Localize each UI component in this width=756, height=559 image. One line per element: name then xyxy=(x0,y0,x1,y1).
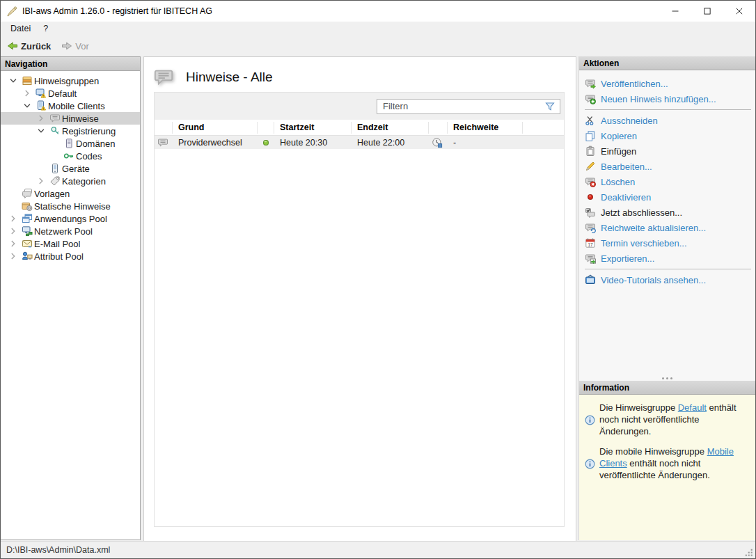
key-icon xyxy=(62,150,76,162)
chevron-down-icon[interactable] xyxy=(20,100,34,111)
email-envelope-icon xyxy=(20,238,34,249)
info-message-default: Die Hinweisgruppe Default enthält noch n… xyxy=(585,402,750,437)
action-neuen-hinweis-hinzufuegen[interactable]: Neuen Hinweis hinzufügen... xyxy=(585,91,755,107)
finish-now-icon xyxy=(585,207,596,218)
hinweise-list-region: Grund Startzeit Endzeit Reichweite Provi… xyxy=(154,92,565,527)
actions-header: Aktionen xyxy=(579,56,755,70)
info-message-mobile-clients: Die mobile Hinweisgruppe Mobile Clients … xyxy=(585,446,750,481)
tree-item-netzwerk-pool[interactable]: Netzwerk Pool xyxy=(1,225,140,237)
action-exportieren[interactable]: Exportieren... xyxy=(585,251,755,266)
action-ausschneiden[interactable]: Ausschneiden xyxy=(585,113,755,128)
column-reichweite[interactable]: Reichweite xyxy=(448,122,523,134)
chevron-right-icon[interactable] xyxy=(6,213,20,224)
tree-item-hinweise[interactable]: Hinweise xyxy=(1,112,140,125)
row-grund: Providerwechsel xyxy=(173,138,258,148)
copy-icon xyxy=(585,130,596,141)
table-header: Grund Startzeit Endzeit Reichweite xyxy=(155,120,564,136)
column-icon[interactable] xyxy=(155,122,173,134)
paste-icon xyxy=(585,145,596,157)
tree-item-registrierung[interactable]: Registrierung xyxy=(1,125,140,137)
table-row[interactable]: Providerwechsel Heute 20:30 Heute 22:00 … xyxy=(155,136,564,149)
row-endzeit: Heute 22:00 xyxy=(352,138,429,148)
hint-row-icon xyxy=(157,137,168,148)
action-kopieren[interactable]: Kopieren xyxy=(585,128,755,143)
action-deaktivieren[interactable]: Deaktivieren xyxy=(585,189,755,205)
status-active-icon xyxy=(260,137,271,148)
main-panel: Hinweise - Alle Grund Startzeit Endzeit … xyxy=(143,56,576,542)
action-bearbeiten[interactable]: Bearbeiten... xyxy=(585,159,755,174)
chevron-down-icon[interactable] xyxy=(34,125,48,136)
column-status[interactable] xyxy=(258,122,274,134)
column-reach-icon[interactable] xyxy=(429,122,448,134)
panel-splitter-grip[interactable] xyxy=(579,377,755,379)
tree-item-vorlagen[interactable]: Vorlagen xyxy=(1,187,140,200)
chevron-right-icon[interactable] xyxy=(6,238,20,249)
filter-icon[interactable] xyxy=(544,101,556,112)
filter-input[interactable] xyxy=(377,101,544,111)
mobile-warning-icon xyxy=(34,100,48,111)
action-veroeffentlichen[interactable]: Veröffentlichen... xyxy=(585,76,755,91)
column-startzeit[interactable]: Startzeit xyxy=(274,122,352,134)
forward-button[interactable]: Vor xyxy=(57,38,93,54)
tree-item-domaenen[interactable]: Domänen xyxy=(1,137,140,150)
cut-icon xyxy=(585,115,596,126)
tree-item-statische-hinweise[interactable]: Statische Hinweise xyxy=(1,200,140,212)
speech-bubble-icon xyxy=(48,113,62,124)
monitor-warning-icon xyxy=(34,88,48,99)
chevron-right-icon[interactable] xyxy=(34,175,48,187)
action-jetzt-abschliessen[interactable]: Jetzt abschliessen... xyxy=(585,205,755,220)
notice-groups-icon xyxy=(20,75,34,86)
row-startzeit: Heute 20:30 xyxy=(274,138,352,148)
chevron-right-icon[interactable] xyxy=(34,113,48,124)
tree-item-kategorien[interactable]: Kategorien xyxy=(1,175,140,187)
link-default[interactable]: Default xyxy=(678,402,707,413)
minimize-icon xyxy=(671,7,679,15)
column-endzeit[interactable]: Endzeit xyxy=(352,122,429,134)
minimize-button[interactable] xyxy=(659,1,691,22)
add-hint-icon xyxy=(585,93,596,104)
tree-item-anwendungs-pool[interactable]: Anwendungs Pool xyxy=(1,212,140,225)
filter-box[interactable] xyxy=(377,99,560,114)
close-button[interactable] xyxy=(723,1,755,22)
app-window: { "window": { "title": "IBI-aws Admin 1.… xyxy=(0,0,756,559)
forward-arrow-icon xyxy=(61,40,72,52)
hinweise-header-icon xyxy=(153,67,174,88)
tree-item-mobile-clients[interactable]: Mobile Clients xyxy=(1,100,140,112)
back-button[interactable]: Zurück xyxy=(3,38,55,54)
actions-separator xyxy=(585,269,751,269)
reach-pending-icon xyxy=(432,137,443,148)
tree-item-attribut-pool[interactable]: Attribut Pool xyxy=(1,250,140,262)
static-box-icon xyxy=(20,200,34,212)
menu-help[interactable]: ? xyxy=(37,22,54,35)
actions-list: Veröffentlichen... Neuen Hinweis hinzufü… xyxy=(579,70,755,381)
action-termin-verschieben[interactable]: 17 Termin verschieben... xyxy=(585,235,755,251)
chevron-right-icon[interactable] xyxy=(20,88,34,99)
action-loeschen[interactable]: Löschen xyxy=(585,174,755,189)
tree-item-codes[interactable]: Codes xyxy=(1,150,140,162)
svg-text:17: 17 xyxy=(588,242,593,247)
title-bar[interactable]: IBI-aws Admin 1.26.0 - registriert für I… xyxy=(1,1,755,22)
chevron-down-icon[interactable] xyxy=(6,75,20,86)
registration-icon xyxy=(48,125,62,136)
tree-item-default[interactable]: Default xyxy=(1,87,140,100)
resize-grip[interactable] xyxy=(744,548,754,558)
chevron-right-icon[interactable] xyxy=(6,226,20,237)
tree-item-email-pool[interactable]: E-Mail Pool xyxy=(1,237,140,250)
publish-icon xyxy=(585,78,596,89)
tree-item-geraete[interactable]: Geräte xyxy=(1,162,140,175)
deactivate-icon xyxy=(585,191,596,203)
menu-datei[interactable]: Datei xyxy=(4,22,37,35)
tree-item-hinweisgruppen[interactable]: Hinweisgruppen xyxy=(1,74,140,87)
action-einfuegen[interactable]: Einfügen xyxy=(585,143,755,159)
delete-icon xyxy=(585,176,596,187)
navigation-panel: Navigation Hinweisgruppen Default Mobile… xyxy=(1,56,141,540)
column-grund[interactable]: Grund xyxy=(173,122,258,134)
chevron-right-icon[interactable] xyxy=(6,251,20,262)
action-reichweite-aktualisieren[interactable]: Reichweite aktualisieren... xyxy=(585,220,755,235)
row-reichweite: - xyxy=(448,138,523,148)
maximize-button[interactable] xyxy=(691,1,723,22)
page-title: Hinweise - Alle xyxy=(186,70,273,85)
action-video-tutorials[interactable]: Video-Tutorials ansehen... xyxy=(585,272,755,288)
maximize-icon xyxy=(703,7,711,15)
domain-book-icon xyxy=(62,138,76,149)
